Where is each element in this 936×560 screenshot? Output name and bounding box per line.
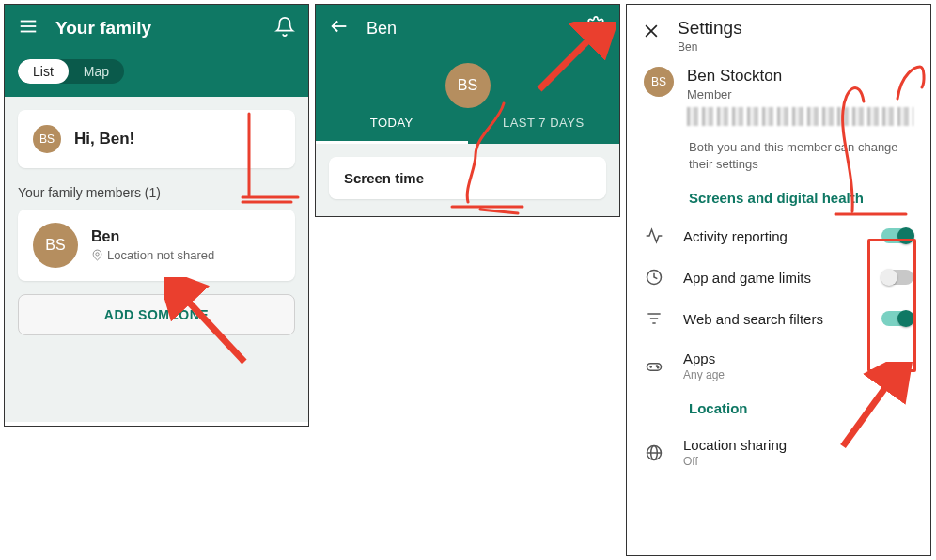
page-title: Your family — [55, 18, 274, 39]
filter-icon — [644, 309, 664, 328]
member-card[interactable]: BS Ben Location not shared — [18, 210, 295, 281]
settings-member-name: Ben — [678, 40, 742, 54]
profile-name: Ben Stockton — [687, 67, 913, 86]
toggle-web-search-filters[interactable] — [881, 311, 913, 326]
location-pin-icon — [91, 249, 103, 261]
header: Ben BS TODAY LAST 7 DAYS — [316, 5, 619, 144]
member-name: Ben — [91, 228, 214, 245]
svg-rect-16 — [647, 364, 662, 371]
members-section-label: Your family members (1) — [18, 185, 295, 200]
gamepad-icon — [644, 357, 664, 376]
settings-note: Both you and this member can change thei… — [627, 135, 930, 182]
row-activity-reporting[interactable]: Activity reporting — [627, 215, 930, 257]
panel-your-family: Your family List Map BS Hi, Ben! Your fa… — [4, 4, 309, 427]
tab-today[interactable]: TODAY — [316, 104, 468, 144]
screen-time-label: Screen time — [344, 170, 591, 186]
panel-settings: Settings Ben BS Ben Stockton Member Both… — [626, 4, 931, 556]
tab-list[interactable]: List — [18, 59, 69, 84]
tab-last-7-days[interactable]: LAST 7 DAYS — [468, 104, 620, 144]
row-label: Activity reporting — [683, 228, 863, 244]
tab-map[interactable]: Map — [69, 59, 124, 84]
avatar: BS — [445, 63, 491, 108]
redacted-email — [687, 107, 913, 126]
row-label: App and game limits — [683, 270, 863, 286]
row-app-game-limits[interactable]: App and game limits — [627, 257, 930, 298]
header: Your family List Map — [5, 5, 308, 97]
view-tabs: List Map — [18, 59, 124, 84]
member-name-title: Ben — [367, 19, 585, 39]
toggle-activity-reporting[interactable] — [881, 228, 913, 243]
member-location-status: Location not shared — [91, 248, 214, 262]
row-label: Web and search filters — [683, 311, 863, 327]
svg-point-7 — [593, 23, 599, 29]
member-location-text: Location not shared — [107, 248, 214, 262]
menu-icon[interactable] — [18, 16, 39, 40]
settings-title: Settings — [678, 18, 742, 39]
add-someone-button[interactable]: ADD SOMEONE — [18, 294, 295, 335]
row-label: Location sharing — [683, 437, 913, 453]
profile-role: Member — [687, 87, 913, 101]
profile-row: BS Ben Stockton Member — [627, 59, 930, 135]
back-icon[interactable] — [329, 16, 350, 40]
notifications-icon[interactable] — [274, 16, 295, 40]
toggle-app-game-limits[interactable] — [881, 270, 913, 285]
row-web-search-filters[interactable]: Web and search filters — [627, 298, 930, 339]
timeframe-tabs: TODAY LAST 7 DAYS — [316, 104, 619, 144]
panel-member-detail: Ben BS TODAY LAST 7 DAYS Screen time — [315, 4, 620, 217]
svg-point-3 — [96, 253, 99, 256]
globe-icon — [644, 443, 664, 462]
row-sublabel: Any age — [683, 368, 913, 381]
close-icon[interactable] — [642, 22, 661, 44]
section-location: Location — [627, 393, 930, 426]
row-label: Apps — [683, 350, 913, 366]
svg-point-19 — [656, 366, 657, 366]
greeting-text: Hi, Ben! — [74, 130, 134, 148]
row-apps[interactable]: Apps Any age — [627, 339, 930, 393]
avatar: BS — [33, 223, 78, 268]
row-sublabel: Off — [683, 455, 913, 468]
avatar: BS — [33, 125, 61, 153]
section-screens-health: Screens and digital health — [627, 182, 930, 215]
avatar: BS — [644, 67, 674, 97]
clock-icon — [644, 268, 664, 287]
row-location-sharing[interactable]: Location sharing Off — [627, 426, 930, 479]
greeting-card: BS Hi, Ben! — [18, 110, 295, 168]
activity-icon — [644, 226, 664, 245]
settings-gear-icon[interactable] — [585, 16, 606, 40]
svg-point-20 — [658, 367, 659, 368]
screen-time-card[interactable]: Screen time — [329, 157, 606, 199]
